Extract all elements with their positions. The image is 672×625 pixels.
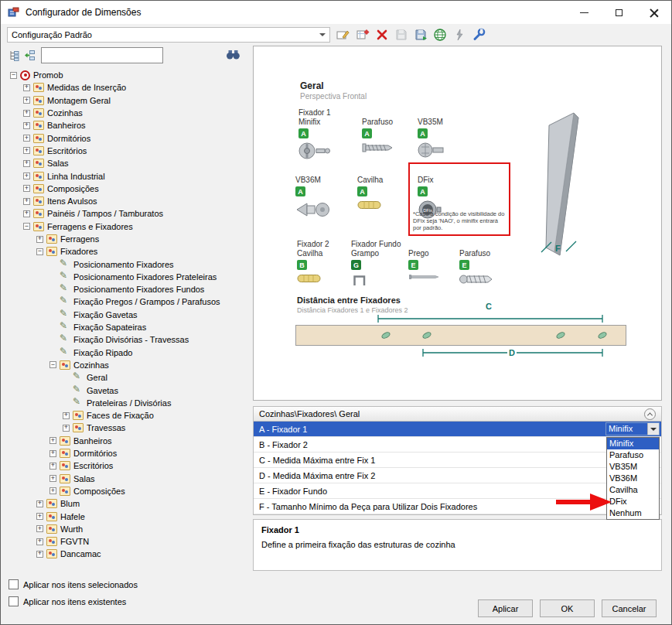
web-update-icon[interactable] xyxy=(432,27,448,43)
tree-toggle-icon[interactable] xyxy=(49,450,56,457)
apply-existing-checkbox[interactable] xyxy=(9,596,19,606)
tree-structure-icon[interactable] xyxy=(7,47,22,63)
maximize-button[interactable] xyxy=(602,1,636,24)
tree-toggle-icon[interactable] xyxy=(23,110,30,117)
property-row-fixador1[interactable]: A - Fixador 1 Minifix xyxy=(254,422,661,437)
save-config-icon[interactable] xyxy=(394,27,409,43)
tree-toggle-icon[interactable] xyxy=(23,185,30,192)
tree-toggle-icon[interactable] xyxy=(49,487,56,494)
ok-button[interactable]: OK xyxy=(540,599,595,617)
settings-wrench-icon[interactable] xyxy=(471,27,486,43)
tree-toggle-icon[interactable] xyxy=(63,412,70,419)
tree-item[interactable]: Fixação Pregos / Grampos / Parafusos xyxy=(7,295,247,308)
tree-item[interactable]: FGVTN xyxy=(7,535,247,548)
property-row-medida-fix1[interactable]: C - Medida Máxima entre Fix 1 xyxy=(254,453,661,468)
edit-config-icon[interactable] xyxy=(336,27,351,43)
tree-item[interactable]: Cozinhas xyxy=(7,359,247,371)
tree-item[interactable]: Painéis / Tampos / Tamburatos xyxy=(7,207,247,220)
tree-toggle-icon[interactable] xyxy=(63,425,70,432)
collapse-button[interactable] xyxy=(644,408,656,420)
tree-toggle-icon[interactable] xyxy=(23,223,30,230)
tree-item[interactable]: Composições xyxy=(7,485,247,497)
locate-item-icon[interactable] xyxy=(22,47,38,63)
tree-item[interactable]: Dormitórios xyxy=(7,447,247,459)
tree-item[interactable]: Composições xyxy=(7,183,247,195)
tree-item[interactable]: Cozinhas xyxy=(7,107,247,119)
dropdown-option[interactable]: VB36M xyxy=(607,473,659,484)
dropdown-option[interactable]: Nenhum xyxy=(607,507,659,519)
tree-item[interactable]: Dancamac xyxy=(7,548,247,560)
tree-item[interactable]: Fixação Sapateiras xyxy=(7,321,247,333)
tree-item[interactable]: Banheiros xyxy=(7,119,247,131)
tree-toggle-icon[interactable] xyxy=(36,248,43,255)
dropdown-option[interactable]: DFix xyxy=(607,496,659,507)
fixador1-combobox[interactable]: Minifix xyxy=(605,422,660,435)
tree-item[interactable]: Travessas xyxy=(7,422,247,434)
tree-item[interactable]: Dormitórios xyxy=(7,131,247,144)
minimize-button[interactable] xyxy=(567,1,602,24)
tree-toggle-icon[interactable] xyxy=(23,160,30,167)
tree-toggle-icon[interactable] xyxy=(49,361,56,368)
new-config-icon[interactable] xyxy=(355,27,370,43)
tree-item[interactable]: Escritórios xyxy=(7,459,247,472)
tree-toggle-icon[interactable] xyxy=(49,475,56,482)
configuration-combobox[interactable]: Configuração Padrão xyxy=(7,27,330,43)
dropdown-option[interactable]: Minifix xyxy=(607,438,659,449)
repair-tool-icon[interactable] xyxy=(452,27,467,43)
tree-item[interactable]: Montagem Geral xyxy=(7,94,247,107)
cancel-button[interactable]: Cancelar xyxy=(602,599,657,617)
tree-toggle-icon[interactable] xyxy=(10,72,17,79)
delete-config-icon[interactable] xyxy=(374,27,390,43)
dropdown-option[interactable]: VB35M xyxy=(607,461,659,473)
tree-item[interactable]: Linha Industrial xyxy=(7,169,247,182)
dropdown-option[interactable]: Cavilha xyxy=(607,484,659,496)
tree-item[interactable]: Escritórios xyxy=(7,145,247,157)
tree-item[interactable]: Posicionamento Fixadores xyxy=(7,258,247,270)
combobox-arrow[interactable] xyxy=(647,423,659,435)
tree-toggle-icon[interactable] xyxy=(36,236,43,243)
property-row-fixador2[interactable]: B - Fixador 2 xyxy=(254,437,661,453)
tree-toggle-icon[interactable] xyxy=(23,122,30,129)
tree-item[interactable]: Faces de Fixação xyxy=(7,409,247,422)
tree-toggle-icon[interactable] xyxy=(23,135,30,142)
tree-toggle-icon[interactable] xyxy=(23,97,30,104)
tree-item[interactable]: Geral xyxy=(7,371,247,384)
tree-toggle-icon[interactable] xyxy=(23,84,30,91)
tree-item[interactable]: Wurth xyxy=(7,523,247,535)
tree-toggle-icon[interactable] xyxy=(36,513,43,520)
tree-toggle-icon[interactable] xyxy=(23,198,30,205)
dropdown-option[interactable]: Parafuso xyxy=(607,449,659,461)
find-binoculars-icon[interactable] xyxy=(226,50,240,61)
tree-toggle-icon[interactable] xyxy=(23,172,30,179)
tree-item[interactable]: Banheiros xyxy=(7,435,247,447)
tree-toggle-icon[interactable] xyxy=(49,437,56,444)
tree-toggle-icon[interactable] xyxy=(36,500,43,507)
tree-toggle-icon[interactable] xyxy=(36,551,43,558)
tree-item[interactable]: Posicionamento Fixadores Fundos xyxy=(7,283,247,295)
tree-item[interactable]: Promob xyxy=(7,69,247,81)
tree-item[interactable]: Fixação Gavetas xyxy=(7,309,247,321)
tree-search-input[interactable] xyxy=(41,47,163,63)
apply-selected-checkbox[interactable] xyxy=(9,579,19,589)
tree-toggle-icon[interactable] xyxy=(36,538,43,545)
export-config-icon[interactable] xyxy=(413,27,428,43)
tree-item[interactable]: Blum xyxy=(7,497,247,510)
tree-toggle-icon[interactable] xyxy=(36,525,43,532)
tree-item[interactable]: Fixação Divisórias - Travessas xyxy=(7,333,247,346)
tree-item[interactable]: Ferragens e Fixadores xyxy=(7,220,247,233)
tree-toggle-icon[interactable] xyxy=(23,147,30,154)
tree-item[interactable]: Itens Avulsos xyxy=(7,195,247,207)
tree-item[interactable]: Salas xyxy=(7,473,247,485)
tree-item[interactable]: Prateleiras / Divisórias xyxy=(7,397,247,409)
close-button[interactable] xyxy=(636,1,671,24)
tree-item[interactable]: Hafele xyxy=(7,510,247,522)
tree-toggle-icon[interactable] xyxy=(23,210,30,217)
property-row-medida-fix2[interactable]: D - Medida Máxima entre Fix 2 xyxy=(254,468,661,483)
tree-item[interactable]: Ferragens xyxy=(7,233,247,245)
tree-toggle-icon[interactable] xyxy=(49,463,56,470)
apply-button[interactable]: Aplicar xyxy=(478,599,533,617)
tree-item[interactable]: Gavetas xyxy=(7,384,247,396)
tree-item[interactable]: Medidas de Inserção xyxy=(7,81,247,94)
tree-item[interactable]: Fixação Ripado xyxy=(7,347,247,359)
tree-item[interactable]: Fixadores xyxy=(7,245,247,258)
